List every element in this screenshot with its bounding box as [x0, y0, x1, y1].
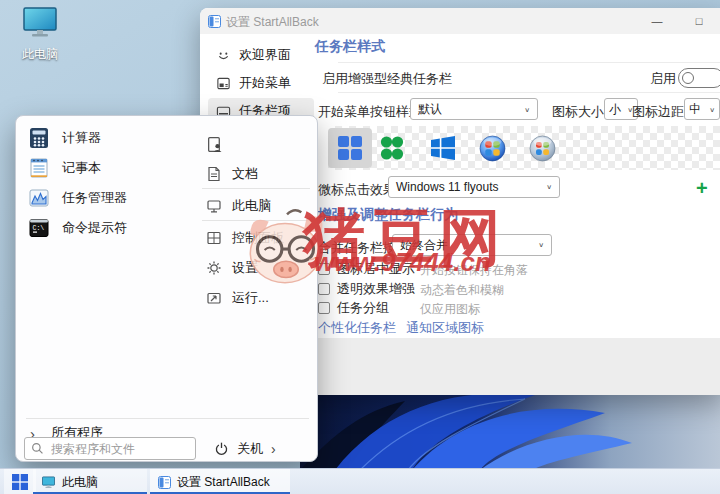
chevron-right-icon: ›: [271, 441, 276, 457]
calculator-icon: [28, 127, 50, 149]
start-menu-icon: [216, 76, 231, 91]
start-menu-item-control-panel[interactable]: 控制面板: [206, 226, 284, 250]
icon-margin-label: 图标边距: [632, 103, 684, 121]
add-effect-button[interactable]: +: [696, 178, 708, 198]
icon-margin-select[interactable]: 中 ∨: [684, 98, 720, 120]
smiley-icon: [216, 48, 231, 63]
start-menu-item-task-manager[interactable]: 任务管理器: [28, 184, 127, 212]
item-label: 运行...: [232, 289, 269, 307]
toggle-knob: [682, 72, 694, 84]
checkbox-secondary[interactable]: 动态着色和模糊: [420, 282, 504, 299]
start-menu-item-calculator[interactable]: 计算器: [28, 124, 101, 152]
taskbar: 此电脑 设置 StartAllBack: [0, 468, 720, 494]
logo-option-startallback[interactable]: [370, 128, 414, 168]
computer-monitor-icon: [41, 476, 56, 489]
start-menu-item-settings[interactable]: 设置: [206, 256, 258, 280]
maximize-button[interactable]: □: [682, 8, 716, 34]
enable-toggle[interactable]: [678, 68, 720, 88]
start-menu: 计算器 记事本 任务管理器 C:\: [15, 115, 318, 462]
start-menu-item-notepad[interactable]: 记事本: [28, 154, 101, 182]
logo-option-windows-8[interactable]: [421, 128, 465, 168]
chevron-down-icon: ∨: [524, 105, 530, 112]
windows-7-orb-icon: [479, 135, 506, 162]
startallback-settings-icon: [158, 476, 171, 489]
logo-picker-strip: [328, 126, 720, 170]
item-label: 文档: [232, 165, 258, 183]
start-menu-item-run[interactable]: 运行...: [206, 286, 269, 310]
windows-8-logo-icon: [430, 135, 456, 161]
windows-vista-orb-icon: [529, 135, 556, 162]
minimize-button[interactable]: —: [640, 8, 674, 34]
startallback-logo-icon: [379, 135, 405, 161]
checkbox-icon[interactable]: [318, 302, 330, 314]
checkbox-secondary[interactable]: 仅应用图标: [420, 301, 480, 318]
sidebar-item-start-menu[interactable]: 开始菜单: [208, 70, 314, 96]
item-label: 控制面板: [232, 229, 284, 247]
windows-start-icon: [12, 474, 28, 490]
start-menu-item-this-pc[interactable]: 此电脑: [206, 194, 271, 218]
start-menu-item-documents[interactable]: 文档: [206, 162, 258, 186]
start-menu-item-user-folder[interactable]: [206, 132, 233, 156]
checkbox-row-center-icons[interactable]: 图标居中显示: [318, 260, 415, 278]
documents-icon: [206, 166, 222, 182]
checkbox-icon[interactable]: [318, 283, 330, 295]
user-folder-icon: [206, 136, 223, 153]
computer-monitor-icon: [20, 6, 60, 40]
sidebar-item-welcome[interactable]: 欢迎界面: [208, 42, 314, 68]
checkbox-row-transparency[interactable]: 透明效果增强: [318, 280, 415, 298]
taskbar-item-this-pc[interactable]: 此电脑: [33, 469, 147, 494]
checkbox-icon[interactable]: [318, 263, 330, 275]
link-notification-area-icons[interactable]: 通知区域图标: [406, 319, 484, 337]
app-icon: [208, 15, 221, 28]
power-icon: [214, 441, 229, 456]
item-label: 任务管理器: [62, 189, 127, 207]
wallpaper-bloom: [300, 385, 720, 470]
link-personalize-taskbar[interactable]: 个性化任务栏: [318, 319, 396, 337]
notepad-icon: [28, 157, 50, 179]
search-input[interactable]: [49, 441, 189, 457]
control-panel-icon: [206, 230, 222, 246]
taskbar-item-startallback[interactable]: 设置 StartAllBack: [150, 469, 290, 494]
item-label: 此电脑: [232, 197, 271, 215]
windows-11-logo-icon: [337, 135, 363, 161]
enable-classic-taskbar-label: 启用增强型经典任务栏: [322, 70, 452, 88]
checkbox-secondary[interactable]: 开始按钮保持在角落: [420, 262, 528, 279]
behavior-section-heading: 增强及调整任务栏行为: [318, 206, 458, 224]
logo-option-windows-vista[interactable]: [520, 128, 564, 168]
chevron-down-icon: ∨: [709, 105, 715, 112]
start-menu-item-command-prompt[interactable]: C:\ 命令提示符: [28, 214, 127, 242]
checkbox-label: 图标居中显示: [337, 261, 415, 276]
checkbox-label: 透明效果增强: [337, 281, 415, 296]
select-value: 默认: [418, 101, 442, 118]
icon-size-label: 图标大小: [552, 103, 604, 121]
item-label: 计算器: [62, 129, 101, 147]
divider: [338, 62, 720, 63]
shutdown-button[interactable]: 关机 ›: [214, 437, 276, 460]
desktop: 此电脑 设置 StartAllBack — □ 欢迎界面 开始菜单: [0, 0, 720, 494]
command-prompt-icon: C:\: [28, 217, 50, 239]
combine-buttons-select[interactable]: 始终合并 ∨: [392, 234, 552, 256]
select-value: 小: [609, 101, 621, 118]
svg-text:C:\: C:\: [33, 225, 45, 232]
search-icon: [31, 442, 44, 455]
start-button[interactable]: [4, 469, 36, 494]
computer-icon: [206, 198, 222, 214]
shutdown-label: 关机: [237, 440, 263, 458]
item-label: 记事本: [62, 159, 101, 177]
divider: [338, 92, 720, 93]
checkbox-label: 任务分组: [337, 300, 389, 315]
logo-click-effect-label: 微标点击效果: [318, 181, 396, 199]
checkbox-row-task-grouping[interactable]: 任务分组: [318, 299, 389, 317]
logo-option-windows-11[interactable]: [328, 128, 372, 168]
search-box[interactable]: [24, 437, 196, 460]
window-title: 设置 StartAllBack: [226, 14, 319, 31]
logo-option-windows-7[interactable]: [470, 128, 514, 168]
sidebar-item-label: 开始菜单: [239, 74, 291, 92]
desktop-icon-this-pc[interactable]: 此电脑: [8, 6, 72, 63]
run-icon: [206, 290, 222, 306]
enable-toggle-label: 启用: [650, 70, 676, 88]
start-button-style-select[interactable]: 默认 ∨: [410, 98, 538, 120]
select-value: Windows 11 flyouts: [396, 180, 499, 194]
select-value: 始终合并: [400, 237, 448, 254]
logo-click-effect-select[interactable]: Windows 11 flyouts ∨: [388, 176, 560, 198]
